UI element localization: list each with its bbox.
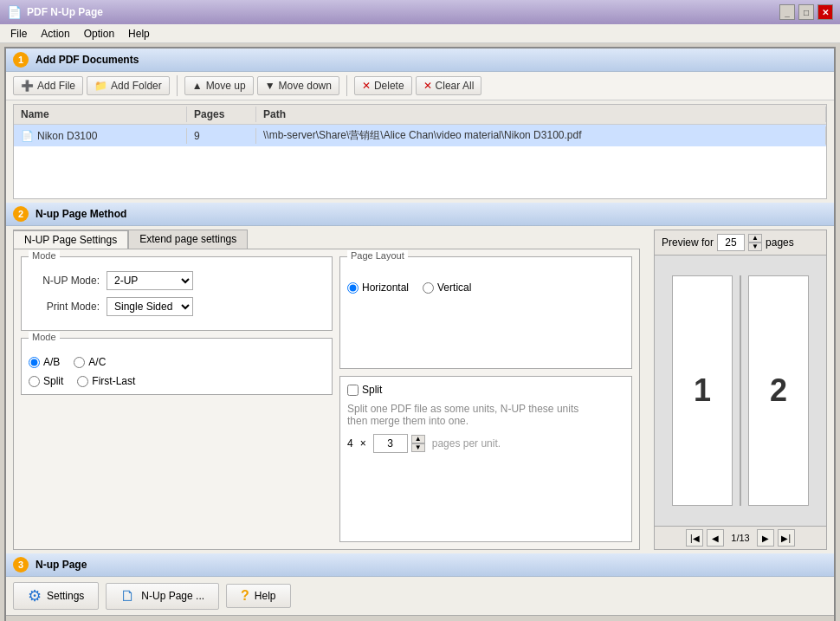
title-icon: 📄 xyxy=(7,5,22,19)
radio-ab-input[interactable] xyxy=(29,357,40,368)
split-label: Split xyxy=(362,384,382,396)
help-icon: ? xyxy=(241,588,249,604)
minimize-button[interactable]: _ xyxy=(779,4,795,20)
left-content: N-UP Page Settings Extend page settings … xyxy=(13,230,640,550)
add-folder-button[interactable]: 📁 Add Folder xyxy=(87,76,170,95)
table-row[interactable]: 📄 Nikon D3100 9 \\mb-server\Share\营销组\Al… xyxy=(14,125,826,146)
preview-pages-label: pages xyxy=(766,236,794,249)
preview-spin-btns: ▲ ▼ xyxy=(748,234,762,251)
split-pages-input[interactable] xyxy=(373,434,408,453)
move-up-label: Move up xyxy=(206,80,246,92)
menu-file[interactable]: File xyxy=(3,26,34,42)
nav-next-button[interactable]: ▶ xyxy=(757,529,774,547)
toolbar-separator-1 xyxy=(177,75,178,96)
nav-last-button[interactable]: ▶| xyxy=(778,529,795,547)
preview-spin-down[interactable]: ▼ xyxy=(748,243,762,251)
settings-label: Settings xyxy=(47,590,84,602)
mode2-radios: A/B A/C Split xyxy=(29,356,325,387)
radio-horizontal[interactable]: Horizontal xyxy=(347,281,409,294)
print-mode-row: Print Mode: Single Sided Double Sided xyxy=(29,297,325,316)
split-title: Split xyxy=(347,384,624,396)
nup-page-button[interactable]: 🗋 N-Up Page ... xyxy=(106,583,219,610)
nup-mode-select[interactable]: 2-UP 1-UP 4-UP 6-UP xyxy=(107,271,193,290)
file-list-header: Name Pages Path xyxy=(14,105,826,125)
print-mode-select[interactable]: Single Sided Double Sided xyxy=(107,297,193,316)
clear-all-button[interactable]: ✕ Clear All xyxy=(416,76,482,95)
tab-nup-settings[interactable]: N-UP Page Settings xyxy=(13,230,128,249)
add-file-icon: ➕ xyxy=(21,80,34,92)
radio-firstlast-label: First-Last xyxy=(92,375,135,387)
add-folder-icon: 📁 xyxy=(94,80,107,92)
radio-ac[interactable]: A/C xyxy=(74,356,106,368)
radio-vertical-input[interactable] xyxy=(423,282,434,294)
radio-firstlast[interactable]: First-Last xyxy=(77,375,135,387)
split-description: Split one PDF file as some units, N-UP t… xyxy=(347,403,624,427)
section1-number: 1 xyxy=(13,52,29,68)
print-mode-label: Print Mode: xyxy=(29,301,107,313)
left-panels: Mode N-UP Mode: 2-UP 1-UP 4-UP 6-UP Pri xyxy=(21,256,333,542)
radio-split-label: Split xyxy=(43,375,63,387)
file-list-area: Name Pages Path 📄 Nikon D3100 9 \\mb-ser… xyxy=(13,104,827,199)
radio-ab[interactable]: A/B xyxy=(29,356,60,368)
split-box: Split Split one PDF file as some units, … xyxy=(339,376,632,542)
section2-title: N-up Page Method xyxy=(36,208,126,220)
radio-ac-input[interactable] xyxy=(74,357,85,368)
section1-header: 1 Add PDF Documents xyxy=(6,49,834,72)
radio-ac-label: A/C xyxy=(88,356,106,368)
split-checkbox[interactable] xyxy=(347,385,359,396)
move-down-label: Move down xyxy=(279,80,332,92)
move-down-icon: ▼ xyxy=(265,80,275,92)
preview-for-label: Preview for xyxy=(662,236,714,249)
preview-page-input[interactable] xyxy=(717,234,745,251)
split-multiplier: 4 xyxy=(347,437,353,450)
move-up-button[interactable]: ▲ Move up xyxy=(184,76,254,95)
window-controls: _ □ ✕ xyxy=(779,4,833,20)
title-bar: 📄 PDF N-Up Page _ □ ✕ xyxy=(0,0,840,24)
radio-vertical[interactable]: Vertical xyxy=(423,281,471,294)
status-bar: List 1 file(s) xyxy=(6,615,834,621)
tabs-row: N-UP Page Settings Extend page settings xyxy=(13,230,640,249)
help-button[interactable]: ? Help xyxy=(226,584,290,608)
file-name-cell: 📄 Nikon D3100 xyxy=(14,128,187,144)
spin-up-button[interactable]: ▲ xyxy=(411,435,425,443)
add-file-button[interactable]: ➕ Add File xyxy=(13,76,83,95)
split-desc-line2: then merge them into one. xyxy=(347,415,468,427)
settings-icon: ⚙ xyxy=(28,586,42,605)
move-down-button[interactable]: ▼ Move down xyxy=(257,76,339,95)
split-spinners: ▲ ▼ xyxy=(411,435,425,452)
menu-bar: File Action Option Help xyxy=(0,24,840,43)
close-button[interactable]: ✕ xyxy=(817,4,833,20)
nup-mode-label: N-UP Mode: xyxy=(29,275,107,287)
move-up-icon: ▲ xyxy=(192,80,203,92)
mode-box-1: Mode N-UP Mode: 2-UP 1-UP 4-UP 6-UP Pri xyxy=(21,256,333,331)
preview-spin-up[interactable]: ▲ xyxy=(748,234,762,243)
main-window: 1 Add PDF Documents ➕ Add File 📁 Add Fol… xyxy=(4,47,836,621)
mode-box-2: Mode A/B A/C xyxy=(21,338,333,395)
settings-button[interactable]: ⚙ Settings xyxy=(13,582,99,610)
file-icon: 📄 xyxy=(21,130,34,142)
menu-help[interactable]: Help xyxy=(121,26,157,42)
section3-number: 3 xyxy=(13,557,29,572)
preview-panel: Preview for ▲ ▼ pages 1 2 |◀ ◀ 1/13 xyxy=(654,230,827,550)
tab-extend-settings[interactable]: Extend page settings xyxy=(128,230,248,249)
menu-action[interactable]: Action xyxy=(34,26,76,42)
nav-prev-button[interactable]: ◀ xyxy=(707,529,724,547)
maximize-button[interactable]: □ xyxy=(798,4,814,20)
radio-horizontal-label: Horizontal xyxy=(362,281,409,294)
file-name-value: Nikon D3100 xyxy=(37,130,97,142)
page-layout-box: Page Layout Horizontal Vertical xyxy=(339,256,632,369)
delete-button[interactable]: ✕ Delete xyxy=(354,76,412,95)
nav-first-button[interactable]: |◀ xyxy=(686,529,703,547)
radio-split-input[interactable] xyxy=(29,376,40,387)
spin-down-button[interactable]: ▼ xyxy=(411,443,425,452)
radio-split[interactable]: Split xyxy=(29,375,63,387)
preview-header: Preview for ▲ ▼ pages xyxy=(655,230,826,256)
radio-horizontal-input[interactable] xyxy=(347,282,359,294)
delete-icon: ✕ xyxy=(362,80,371,92)
radio-firstlast-input[interactable] xyxy=(77,376,88,387)
nup-page-icon: 🗋 xyxy=(120,587,136,605)
menu-option[interactable]: Option xyxy=(77,26,121,42)
tab-content: Mode N-UP Mode: 2-UP 1-UP 4-UP 6-UP Pri xyxy=(13,249,640,550)
split-times: × xyxy=(360,437,366,450)
clear-all-label: Clear All xyxy=(436,80,475,92)
